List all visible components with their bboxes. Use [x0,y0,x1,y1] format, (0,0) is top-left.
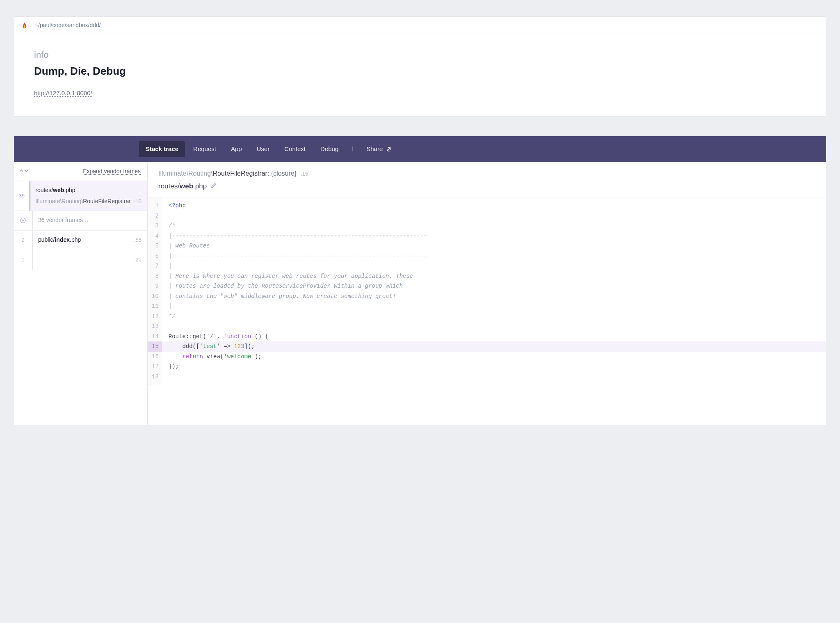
gutter-line: 9 [148,281,162,291]
code-line [162,321,826,332]
edit-file-icon[interactable] [211,181,217,192]
gutter-line: 18 [148,372,162,382]
stack-frame-list: Expand vendor frames 39 routes/web.php I… [14,162,148,425]
stack-frame[interactable]: 2 public/index.php :55 [14,231,147,250]
share-button[interactable]: Share [360,141,398,157]
section-tabbar: Stack traceRequestAppUserContextDebugSha… [14,136,826,162]
code-line: */ [162,312,826,322]
code-line: | contains the "web" middleware group. N… [162,291,826,302]
code-panel: Illuminate\Routing\RouteFileRegistrar::{… [148,162,826,425]
expand-icon [14,211,32,230]
frame-file: routes/web.php [35,186,75,195]
code-line: | [162,301,826,312]
code-gutter: 123456789101112131415161718 [148,197,162,385]
code-line: |---------------------------------------… [162,231,826,241]
code-body: <?php /*|-------------------------------… [162,197,826,385]
frame-number: 1 [14,250,32,270]
gutter-line: 1 [148,201,162,211]
tab-debug[interactable]: Debug [314,141,345,157]
tab-stack-trace[interactable]: Stack trace [139,141,185,157]
gutter-line: 16 [148,352,162,362]
stack-frame[interactable]: 1 :21 [14,250,147,270]
stack-trace-panel: Expand vendor frames 39 routes/web.php I… [14,162,826,425]
frame-line: :55 [134,236,142,244]
code-line: | routes are loaded by the RouteServiceP… [162,281,826,291]
stacklist-header: Expand vendor frames [14,162,147,181]
tab-user[interactable]: User [250,141,276,157]
code-panel-header: Illuminate\Routing\RouteFileRegistrar::{… [148,162,826,198]
code-line: <?php [162,201,826,211]
frame-line: :21 [134,256,142,264]
code-line: /* [162,221,826,231]
frame-nav-arrows [19,167,29,176]
gutter-line: 15 [148,341,162,352]
code-line: Route::get('/', function () { [162,332,826,342]
code-file-path: routes/web.php [158,181,815,192]
frame-file [38,255,40,264]
tab-request[interactable]: Request [187,141,223,157]
gutter-line: 8 [148,271,162,282]
vendor-frames-collapsed[interactable]: 36 vendor frames… [14,211,147,231]
share-arrow-icon [386,147,392,152]
header-card: ~/paul/code/sandbox/ddd/ info Dump, Die,… [14,16,826,117]
gutter-line: 6 [148,251,162,261]
project-path: ~/paul/code/sandbox/ddd/ [35,21,101,30]
gutter-line: 13 [148,321,162,332]
code-line: | Web Routes [162,241,826,251]
vendor-collapsed-text: 36 vendor frames… [38,216,89,224]
frame-line: :15 [134,197,142,206]
code-area: 123456789101112131415161718 <?php /*|---… [148,197,826,385]
error-title: Dump, Die, Debug [34,63,806,79]
tab-app[interactable]: App [224,141,249,157]
gutter-line: 3 [148,221,162,231]
header-titlebar: ~/paul/code/sandbox/ddd/ [14,17,826,34]
code-line: | [162,261,826,271]
gutter-line: 2 [148,211,162,221]
code-line: | Here is where you can register web rou… [162,271,826,282]
gutter-line: 4 [148,231,162,241]
gutter-line: 5 [148,241,162,251]
code-line [162,211,826,221]
tab-context[interactable]: Context [278,141,312,157]
frame-nav-down-icon[interactable] [24,167,29,176]
code-line: }); [162,362,826,372]
gutter-line: 14 [148,332,162,342]
frame-file: public/index.php [38,236,81,244]
frame-number: 2 [14,231,32,250]
gutter-line: 17 [148,362,162,372]
stack-frame[interactable]: 39 routes/web.php Illuminate\Routing\Rou… [14,181,147,211]
frame-nav-up-icon[interactable] [19,167,24,176]
code-breadcrumb-line: :15 [301,170,308,178]
code-line: ddd(['test' => 123]); [162,341,826,352]
request-url-link[interactable]: http://127.0.0.1:8000/ [34,89,92,96]
code-line: return view('welcome'); [162,352,826,362]
gutter-line: 10 [148,291,162,302]
gutter-line: 7 [148,261,162,271]
frame-number: 39 [14,181,30,211]
code-breadcrumb: Illuminate\Routing\RouteFileRegistrar::{… [158,169,815,179]
header-body: info Dump, Die, Debug http://127.0.0.1:8… [14,34,826,116]
code-line: |---------------------------------------… [162,251,826,261]
gutter-line: 12 [148,312,162,322]
ignition-logo-icon [21,22,28,29]
frame-class: Illuminate\Routing\RouteFileRegistrar [35,197,131,206]
error-label: info [34,48,806,62]
gutter-line: 11 [148,301,162,312]
code-line [162,372,826,382]
expand-vendor-frames-link[interactable]: Expand vendor frames [83,167,141,176]
